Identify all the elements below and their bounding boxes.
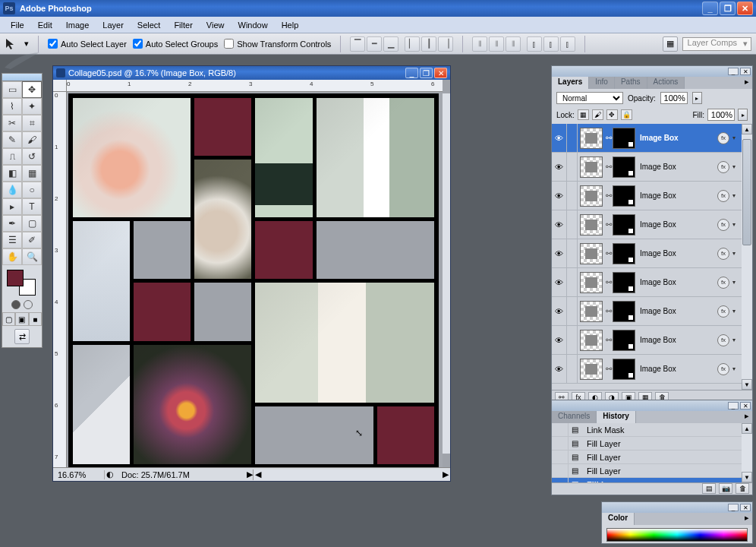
- layer-effects-twirl[interactable]: ▾: [732, 163, 740, 170]
- canvas-viewport[interactable]: ⤡: [67, 92, 443, 467]
- notes-tool[interactable]: ☰: [2, 232, 22, 248]
- align-left-button[interactable]: ▏: [405, 36, 420, 52]
- layer-visibility-toggle[interactable]: 👁: [552, 326, 567, 354]
- panel-menu-button[interactable]: ▸: [742, 411, 752, 423]
- layer-name-label[interactable]: Image Box: [640, 307, 676, 315]
- layer-effects-icon[interactable]: fx: [717, 248, 729, 260]
- layer-effects-icon[interactable]: fx: [717, 305, 729, 318]
- canvas[interactable]: [68, 93, 439, 467]
- zoom-field[interactable]: 16.67%: [53, 470, 105, 479]
- layer-visibility-toggle[interactable]: 👁: [552, 239, 567, 267]
- status-flyout-icon[interactable]: ◐: [105, 470, 115, 479]
- distribute-top-button[interactable]: ⫴: [472, 36, 487, 52]
- layer-effects-icon[interactable]: fx: [717, 190, 729, 202]
- layer-thumbnail[interactable]: [580, 359, 603, 380]
- window-maximize-button[interactable]: ❐: [720, 2, 736, 15]
- auto-select-groups-checkbox[interactable]: Auto Select Groups: [133, 39, 218, 49]
- screenmode-standard-button[interactable]: ▢: [2, 312, 15, 326]
- history-brush-source[interactable]: [552, 464, 569, 477]
- mask-link-icon[interactable]: ⚯: [605, 249, 613, 258]
- layer-thumbnail[interactable]: [580, 301, 603, 322]
- layer-effects-icon[interactable]: fx: [717, 363, 729, 375]
- layer-mask-thumbnail[interactable]: [613, 157, 635, 178]
- tab-info[interactable]: Info: [589, 77, 615, 89]
- screenmode-full-menubar-button[interactable]: ▣: [15, 312, 28, 326]
- history-brush-source[interactable]: [552, 437, 569, 450]
- blur-tool[interactable]: 💧: [2, 182, 22, 198]
- mask-link-icon[interactable]: ⚯: [605, 220, 613, 229]
- gradient-tool[interactable]: ▦: [22, 165, 42, 182]
- opacity-input[interactable]: [660, 92, 688, 104]
- hand-tool[interactable]: ✋: [2, 248, 22, 265]
- layer-mask-thumbnail[interactable]: [613, 272, 635, 293]
- menu-filter[interactable]: Filter: [168, 19, 198, 31]
- lock-pixels-button[interactable]: 🖌: [592, 109, 603, 120]
- auto-select-layer-checkbox[interactable]: Auto Select Layer: [48, 39, 127, 49]
- history-row[interactable]: ▤Fill Layer: [552, 451, 742, 464]
- menu-window[interactable]: Window: [232, 19, 274, 31]
- history-brush-source[interactable]: [552, 451, 569, 463]
- layer-visibility-toggle[interactable]: 👁: [552, 153, 567, 181]
- doc-vertical-scrollbar[interactable]: [443, 93, 450, 454]
- mask-link-icon[interactable]: ⚯: [605, 163, 613, 171]
- history-row[interactable]: ▤Fill Layer: [552, 437, 742, 451]
- crop-tool[interactable]: ✂: [2, 115, 22, 131]
- menu-view[interactable]: View: [200, 19, 231, 31]
- move-tool[interactable]: ✥: [22, 81, 42, 98]
- ruler-origin[interactable]: [53, 80, 67, 92]
- color-spectrum-ramp[interactable]: [606, 528, 748, 542]
- layer-visibility-toggle[interactable]: 👁: [552, 297, 567, 325]
- color-swatches[interactable]: [2, 265, 42, 297]
- layer-row[interactable]: 👁⚯Image Boxfx▾: [552, 355, 742, 384]
- align-bottom-button[interactable]: ▁: [383, 36, 398, 52]
- delete-state-button[interactable]: 🗑: [736, 483, 749, 494]
- lasso-tool[interactable]: ⌇: [2, 98, 22, 115]
- layer-name-label[interactable]: Image Box: [640, 278, 676, 286]
- align-top-button[interactable]: ▔: [350, 36, 365, 52]
- distribute-left-button[interactable]: ⫿: [527, 36, 542, 52]
- layer-visibility-toggle[interactable]: 👁: [552, 210, 567, 239]
- pen-tool[interactable]: ✒: [2, 215, 22, 232]
- window-close-button[interactable]: ✕: [737, 2, 753, 15]
- quickmask-mode-button[interactable]: [24, 300, 33, 309]
- layer-effects-icon[interactable]: fx: [717, 277, 729, 289]
- shape-tool[interactable]: ▢: [22, 215, 42, 232]
- rectangular-marquee-tool[interactable]: ▭: [2, 81, 22, 98]
- layer-effects-icon[interactable]: fx: [717, 161, 729, 173]
- layer-mask-thumbnail[interactable]: [613, 359, 635, 380]
- show-transform-checkbox[interactable]: Show Transform Controls: [224, 39, 331, 49]
- layer-visibility-toggle[interactable]: 👁: [552, 182, 567, 210]
- layer-row[interactable]: 👁⚯Image Boxfx▾: [552, 153, 742, 182]
- distribute-right-button[interactable]: ⫿: [560, 36, 575, 52]
- doc-close-button[interactable]: ✕: [434, 68, 447, 78]
- layer-visibility-toggle[interactable]: 👁: [552, 355, 567, 383]
- align-vcenter-button[interactable]: ━: [367, 36, 382, 52]
- layer-thumbnail[interactable]: [580, 330, 603, 351]
- mask-link-icon[interactable]: ⚯: [605, 278, 613, 286]
- menu-file[interactable]: File: [5, 19, 30, 31]
- panel-minimize-button[interactable]: _: [728, 68, 739, 75]
- layer-mask-thumbnail[interactable]: [613, 243, 635, 264]
- layer-link-col[interactable]: [567, 326, 578, 354]
- tab-actions[interactable]: Actions: [647, 77, 685, 89]
- layer-mask-thumbnail[interactable]: [613, 214, 635, 236]
- lock-all-button[interactable]: 🔒: [621, 109, 632, 120]
- new-doc-from-state-button[interactable]: ▤: [702, 483, 716, 494]
- history-brush-source[interactable]: [552, 423, 569, 436]
- brush-tool[interactable]: 🖌: [22, 131, 42, 148]
- history-row[interactable]: ▤Link Mask: [552, 423, 742, 437]
- layer-mask-thumbnail[interactable]: [613, 128, 635, 149]
- toolbox-gripper[interactable]: [2, 74, 42, 81]
- layer-row[interactable]: 👁⚯Image Boxfx▾: [552, 124, 742, 153]
- layer-effects-twirl[interactable]: ▾: [732, 337, 740, 343]
- fill-input[interactable]: [707, 109, 735, 121]
- layer-row[interactable]: 👁⚯Image Boxfx▾: [552, 326, 742, 355]
- layer-row[interactable]: 👁⚯Image Boxfx▾: [552, 182, 742, 210]
- layer-link-col[interactable]: [567, 153, 578, 181]
- history-brush-tool[interactable]: ↺: [22, 148, 42, 165]
- screenmode-full-button[interactable]: ■: [29, 312, 42, 326]
- dodge-tool[interactable]: ○: [22, 182, 42, 198]
- document-titlebar[interactable]: Collage05.psd @ 16.7% (Image Box, RGB/8)…: [53, 66, 450, 80]
- layer-link-col[interactable]: [567, 297, 578, 325]
- tab-color[interactable]: Color: [602, 513, 635, 525]
